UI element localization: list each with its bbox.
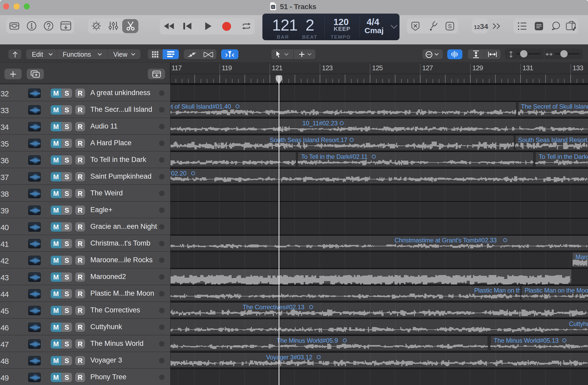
svg-text:S: S <box>448 23 452 30</box>
